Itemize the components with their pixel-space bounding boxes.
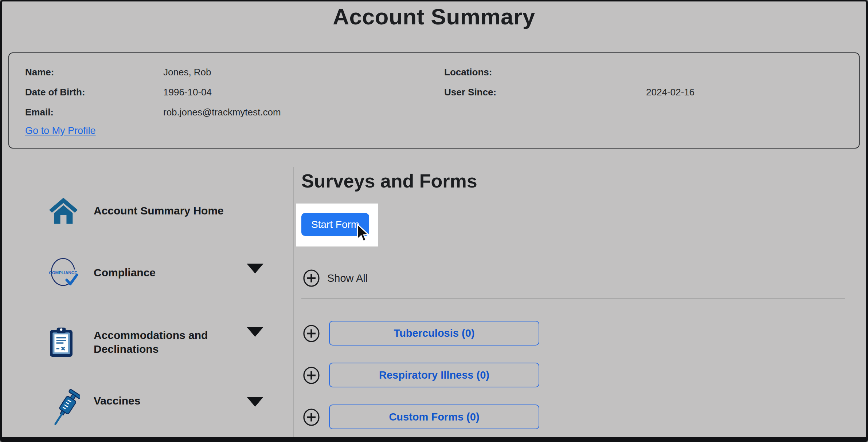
sidebar-item-label: Compliance	[94, 266, 156, 280]
sidebar-item-label: Vaccines	[94, 394, 140, 408]
field-value: rob.jones@trackmytest.com	[163, 106, 281, 118]
clipboard-icon	[49, 327, 94, 358]
field-label: Date of Birth:	[25, 86, 163, 98]
field-date-of-birth: Date of Birth: 1996-10-04	[25, 86, 281, 98]
plus-circle-icon[interactable]	[303, 324, 320, 343]
account-summary-page: Account Summary Name: Jones, Rob Date of…	[0, 0, 868, 442]
section-divider	[301, 298, 845, 299]
field-label: Name:	[25, 66, 163, 78]
field-email: Email: rob.jones@trackmytest.com	[25, 106, 281, 118]
field-value: 2024-02-16	[646, 86, 695, 98]
go-to-my-profile-link[interactable]: Go to My Profile	[25, 125, 96, 137]
chevron-down-icon[interactable]	[247, 327, 263, 337]
tuberculosis-button[interactable]: Tuberculosis (0)	[329, 321, 539, 346]
mouse-cursor-icon	[356, 224, 371, 243]
show-all-button[interactable]: Show All	[303, 269, 368, 287]
field-value: 1996-10-04	[163, 86, 212, 98]
sidebar-item-account-summary-home[interactable]: Account Summary Home	[49, 193, 279, 228]
sidebar-item-accommodations-declinations[interactable]: Accommodations and Declinations	[49, 323, 279, 361]
plus-circle-icon[interactable]	[303, 408, 320, 426]
plus-circle-icon[interactable]	[303, 366, 320, 384]
page-title: Account Summary	[2, 4, 866, 29]
field-label: Email:	[25, 106, 163, 118]
field-user-since: User Since: 2024-02-16	[444, 86, 695, 98]
field-name: Name: Jones, Rob	[25, 66, 281, 78]
field-locations: Locations:	[444, 66, 695, 78]
home-icon	[49, 197, 94, 224]
profile-summary-card: Name: Jones, Rob Date of Birth: 1996-10-…	[8, 52, 860, 149]
section-heading: Surveys and Forms	[301, 170, 477, 192]
syringe-icon	[49, 388, 94, 433]
sidebar-item-label: Account Summary Home	[94, 204, 224, 218]
sidebar-item-label: Accommodations and Declinations	[94, 328, 254, 356]
chevron-down-icon[interactable]	[247, 397, 263, 407]
respiratory-illness-button[interactable]: Respiratory Illness (0)	[329, 363, 539, 387]
plus-circle-icon	[303, 269, 320, 287]
compliance-badge-icon: COMPLIANCE	[49, 257, 94, 289]
profile-fields-right: Locations: User Since: 2024-02-16	[444, 66, 695, 106]
sidebar-item-compliance[interactable]: COMPLIANCE Compliance	[49, 256, 279, 289]
svg-text:COMPLIANCE: COMPLIANCE	[49, 271, 77, 275]
field-value: Jones, Rob	[163, 66, 211, 78]
field-label: User Since:	[444, 86, 646, 98]
custom-forms-button[interactable]: Custom Forms (0)	[329, 404, 539, 429]
show-all-label: Show All	[327, 272, 368, 284]
chevron-down-icon[interactable]	[247, 264, 263, 273]
sidebar-item-vaccines[interactable]: Vaccines	[49, 388, 279, 433]
field-label: Locations:	[444, 66, 646, 78]
profile-fields-left: Name: Jones, Rob Date of Birth: 1996-10-…	[25, 66, 281, 126]
start-form-highlight: Start Form	[296, 204, 378, 246]
surveys-and-forms-panel: Surveys and Forms Start Form Show All Tu…	[293, 167, 866, 437]
